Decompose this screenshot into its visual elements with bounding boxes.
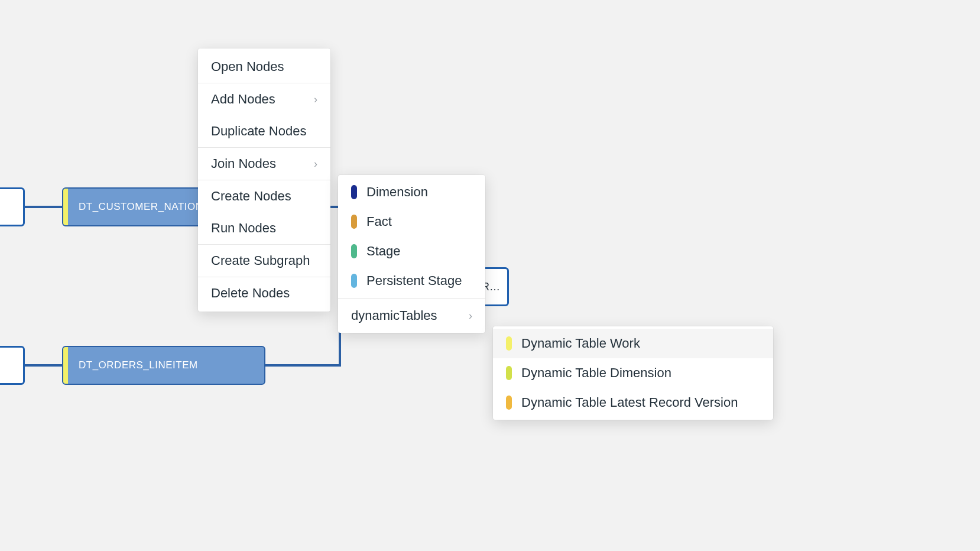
upstream-node-2[interactable]: [0, 346, 25, 385]
menu-label: Duplicate Nodes: [211, 124, 306, 139]
node-types-submenu[interactable]: Dimension Fact Stage Persistent Stage dy…: [338, 175, 485, 333]
submenu-dynamic-tables[interactable]: dynamicTables ›: [338, 301, 485, 330]
submenu-label: Stage: [366, 244, 401, 259]
submenu-dimension[interactable]: Dimension: [338, 177, 485, 207]
menu-separator: [338, 298, 485, 299]
submenu-label: dynamicTables: [351, 308, 437, 323]
submenu-label: Dynamic Table Work: [521, 336, 640, 351]
menu-delete-nodes[interactable]: Delete Nodes: [198, 277, 330, 309]
submenu-stage[interactable]: Stage: [338, 236, 485, 266]
node-type-chip-icon: [351, 185, 357, 199]
menu-join-nodes[interactable]: Join Nodes ›: [198, 148, 330, 180]
dt-dimension[interactable]: Dynamic Table Dimension: [493, 358, 773, 388]
submenu-label: Dimension: [366, 184, 428, 200]
menu-label: Open Nodes: [211, 59, 284, 74]
menu-create-nodes[interactable]: Create Nodes: [198, 180, 330, 212]
submenu-label: Persistent Stage: [366, 273, 462, 289]
menu-label: Delete Nodes: [211, 286, 290, 301]
node-label: DT_ORDERS_LINEITEM: [72, 359, 198, 371]
dt-latest-record[interactable]: Dynamic Table Latest Record Version: [493, 388, 773, 417]
menu-open-nodes[interactable]: Open Nodes: [198, 51, 330, 83]
dynamic-tables-submenu[interactable]: Dynamic Table Work Dynamic Table Dimensi…: [493, 326, 773, 420]
upstream-node-1[interactable]: [0, 187, 25, 226]
context-menu[interactable]: Open Nodes Add Nodes › Duplicate Nodes J…: [198, 48, 330, 312]
dt-work[interactable]: Dynamic Table Work: [493, 329, 773, 358]
menu-add-nodes[interactable]: Add Nodes ›: [198, 83, 330, 115]
menu-label: Add Nodes: [211, 92, 275, 107]
graph-canvas[interactable]: DT_CUSTOMER_NATION_ DT_ORDERS_LINEITEM R…: [0, 0, 980, 551]
menu-label: Join Nodes: [211, 156, 276, 171]
chevron-right-icon: ›: [469, 310, 472, 322]
edge-2: [25, 364, 63, 367]
node-orders-lineitem[interactable]: DT_ORDERS_LINEITEM: [62, 346, 265, 385]
menu-label: Run Nodes: [211, 221, 276, 236]
chevron-right-icon: ›: [314, 158, 317, 170]
menu-duplicate-nodes[interactable]: Duplicate Nodes: [198, 115, 330, 147]
node-type-chip-icon: [506, 396, 512, 410]
node-accent: [63, 347, 68, 384]
node-label: DT_CUSTOMER_NATION_: [72, 201, 209, 213]
submenu-label: Fact: [366, 214, 392, 229]
menu-label: Create Nodes: [211, 189, 291, 204]
node-accent: [63, 189, 68, 225]
submenu-label: Dynamic Table Dimension: [521, 365, 671, 381]
menu-label: Create Subgraph: [211, 253, 310, 268]
submenu-persistent-stage[interactable]: Persistent Stage: [338, 266, 485, 296]
node-type-chip-icon: [506, 336, 512, 351]
edge-1: [25, 206, 63, 208]
node-type-chip-icon: [506, 366, 512, 380]
menu-create-subgraph[interactable]: Create Subgraph: [198, 245, 330, 277]
chevron-right-icon: ›: [314, 93, 317, 106]
node-type-chip-icon: [351, 274, 357, 288]
node-type-chip-icon: [351, 244, 357, 258]
submenu-fact[interactable]: Fact: [338, 207, 485, 236]
menu-run-nodes[interactable]: Run Nodes: [198, 212, 330, 244]
node-type-chip-icon: [351, 215, 357, 229]
submenu-label: Dynamic Table Latest Record Version: [521, 395, 738, 410]
